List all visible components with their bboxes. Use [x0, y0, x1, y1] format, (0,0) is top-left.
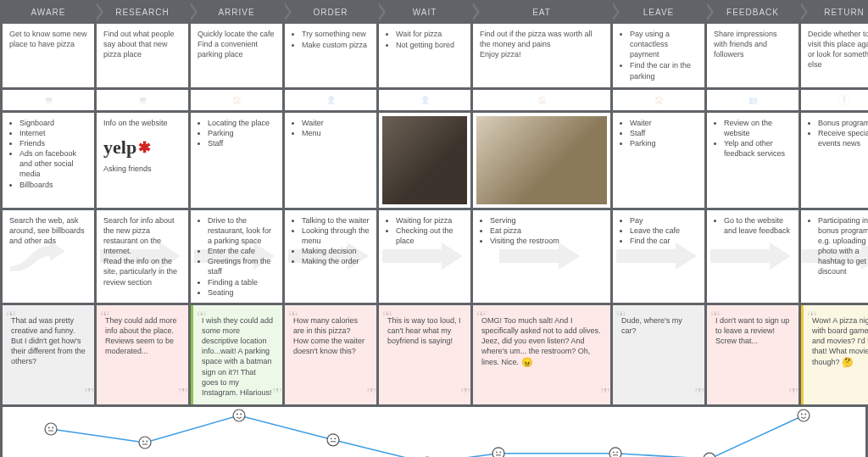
goal-aware: Get to know some new place to have pizza	[3, 24, 94, 87]
stage-feedback: FEEDBACK	[707, 3, 798, 21]
stage-aware: AWARE	[3, 3, 94, 21]
svg-point-3	[139, 437, 151, 449]
channel-order: 👤	[285, 90, 376, 110]
goal-research: Find out what people say about that new …	[97, 24, 188, 87]
svg-point-4	[142, 441, 144, 443]
goal-order: Try something newMake custom pizza	[285, 24, 376, 87]
quote-order: How many calories are in this pizza? How…	[285, 305, 376, 404]
yelp-logo: yelp✱	[103, 135, 181, 160]
touchpoints-feedback: Review on the websiteYelp and other feed…	[707, 113, 798, 208]
actions-eat: ServingEat pizzaVisiting the restroom	[473, 210, 610, 303]
svg-point-18	[609, 448, 621, 457]
svg-point-9	[327, 434, 339, 446]
home-icon: 🏠	[232, 96, 242, 104]
touchpoints-return: Bonus programReceive special events news	[801, 113, 868, 208]
svg-point-20	[616, 451, 618, 453]
quote-wait: This is way too loud, I can't hear what …	[379, 305, 470, 404]
touchpoints-wait-photo	[379, 113, 470, 208]
actions-aware: Search the web, ask around, see billboar…	[3, 210, 94, 303]
actions-order: Talking to the waiterLooking through the…	[285, 210, 376, 303]
emotion-chart	[3, 407, 865, 457]
svg-point-21	[704, 453, 715, 457]
touchpoints-leave: WaiterStaffParking	[613, 113, 704, 208]
stage-order: ORDER	[285, 3, 376, 21]
goal-feedback: Share impressions with friends and follo…	[707, 24, 798, 87]
stage-leave: LEAVE	[613, 3, 704, 21]
quote-return: Wow! A pizza night with board games and …	[801, 305, 868, 404]
arrow-icon	[707, 239, 798, 273]
channel-research: 💻	[97, 90, 188, 110]
svg-point-0	[45, 423, 57, 435]
svg-point-11	[334, 437, 336, 439]
quote-aware: That ad was pretty creative and funny. B…	[3, 305, 94, 404]
pizza-photo	[476, 116, 607, 204]
people-icon: 👥	[748, 96, 758, 104]
laptop-icon: 💻	[44, 96, 53, 104]
svg-point-25	[801, 414, 803, 415]
svg-point-15	[492, 448, 504, 457]
quote-arrive: I wish they could add some more descript…	[191, 305, 282, 404]
actions-feedback: Go to the website and leave feedback	[707, 210, 798, 303]
svg-point-2	[52, 427, 53, 429]
journey-map: AWARE RESEARCH ARRIVE ORDER WAIT EAT LEA…	[0, 0, 868, 404]
svg-point-1	[48, 427, 50, 429]
stage-wait: WAIT	[379, 3, 470, 21]
svg-point-7	[236, 414, 238, 415]
channel-feedback: 👥	[707, 90, 798, 110]
actions-research: Search for info about the new pizza rest…	[97, 210, 188, 303]
quote-feedback: I don't want to sign up to leave a revie…	[707, 305, 798, 404]
touchpoints-research: Info on the website yelp✱ Asking friends	[97, 113, 188, 208]
actions-arrive: Drive to the restaurant, look for a park…	[191, 210, 282, 303]
svg-point-16	[496, 451, 498, 453]
actions-leave: PayLeave the cafeFind the car	[613, 210, 704, 303]
home-icon: 🏠	[654, 96, 664, 104]
channel-eat: 🏠	[473, 90, 610, 110]
channel-arrive: 🏠	[191, 90, 282, 110]
touchpoints-aware: SignboardInternetFriendsAds on facebook …	[3, 113, 94, 208]
svg-point-26	[804, 414, 806, 415]
home-icon: 🏠	[537, 96, 547, 104]
stage-eat: EAT	[473, 3, 610, 21]
stage-return: RETURN	[801, 3, 868, 21]
person-icon: 👤	[326, 96, 336, 104]
actions-return: Participating in bonus program e.g. uplo…	[801, 210, 868, 303]
quote-research: They could add more info about the place…	[97, 305, 188, 404]
touchpoints-arrive: Locating the placeParkingStaff	[191, 113, 282, 208]
svg-point-19	[613, 451, 615, 453]
stage-research: RESEARCH	[97, 3, 188, 21]
svg-point-5	[146, 441, 147, 443]
svg-point-6	[233, 410, 245, 421]
svg-point-24	[798, 410, 810, 421]
waiter-photo	[382, 116, 467, 204]
angry-emoji-icon: 😠	[521, 356, 533, 369]
laptop-icon: 💻	[138, 96, 147, 104]
thinking-emoji-icon: 🤔	[842, 356, 854, 369]
goal-return: Decide whether to visit this place again…	[801, 24, 868, 87]
channel-return: f	[801, 90, 868, 110]
svg-point-17	[499, 451, 501, 453]
goal-wait: Wait for pizzaNot getting bored	[379, 24, 470, 87]
quote-eat: OMG! Too much salt! And I specifically a…	[473, 305, 610, 404]
channel-leave: 🏠	[613, 90, 704, 110]
channel-wait: 👤	[379, 90, 470, 110]
touchpoints-order: WaiterMenu	[285, 113, 376, 208]
goal-arrive: Quickly locate the cafe Find a convenien…	[191, 24, 282, 87]
actions-wait: Waiting for pizzaChecking out the place	[379, 210, 470, 303]
svg-point-8	[240, 414, 242, 415]
facebook-icon: f	[838, 94, 850, 106]
stage-arrive: ARRIVE	[191, 3, 282, 21]
goal-eat: Find out if the pizza was worth all the …	[473, 24, 610, 87]
channel-aware: 💻	[3, 90, 94, 110]
goal-leave: Pay using a contactless paymentFind the …	[613, 24, 704, 87]
quote-leave: Dude, where's my car?	[613, 305, 704, 404]
person-icon: 👤	[420, 96, 430, 104]
touchpoints-eat-photo	[473, 113, 610, 208]
svg-point-10	[331, 437, 332, 439]
